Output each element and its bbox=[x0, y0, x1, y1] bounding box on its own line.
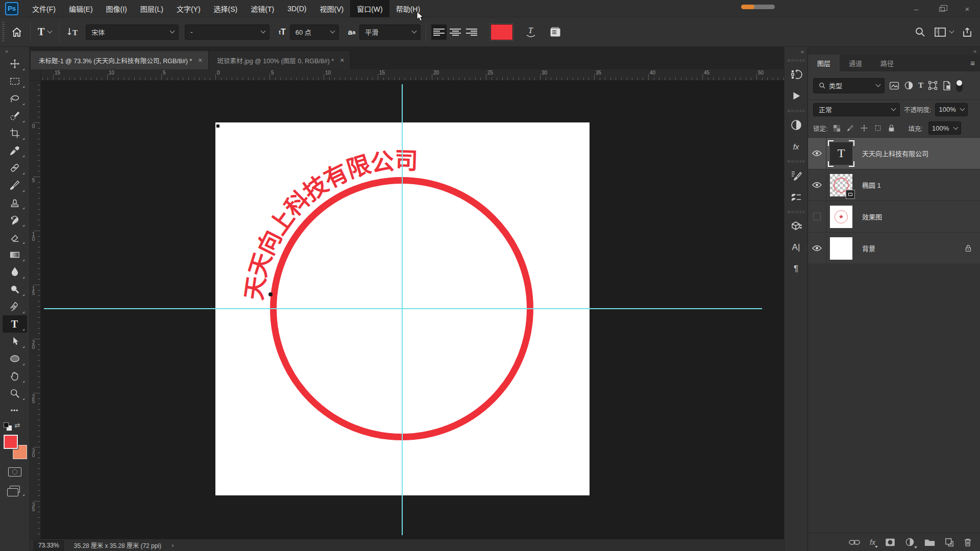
brush-tool[interactable] bbox=[3, 177, 27, 194]
new-group-button[interactable] bbox=[924, 538, 935, 546]
canvas-viewport[interactable]: 天天向上科技有限公司 bbox=[41, 81, 784, 539]
edit-toolbar-button[interactable]: ••• bbox=[3, 402, 27, 419]
visibility-toggle[interactable] bbox=[808, 138, 826, 169]
close-button[interactable]: × bbox=[954, 0, 980, 17]
pen-tool[interactable] bbox=[3, 298, 27, 315]
text-color-swatch[interactable] bbox=[491, 24, 513, 40]
delete-layer-button[interactable] bbox=[964, 538, 972, 547]
layer-filter-select[interactable]: 类型 bbox=[813, 78, 885, 93]
menu-file[interactable]: 文件(F) bbox=[26, 0, 62, 17]
3d-panel-button[interactable] bbox=[786, 216, 806, 236]
menu-select[interactable]: 选择(S) bbox=[207, 0, 244, 17]
visibility-toggle[interactable] bbox=[808, 201, 826, 232]
align-right-button[interactable] bbox=[464, 24, 479, 40]
paragraph-panel-button[interactable]: ¶ bbox=[786, 259, 806, 279]
move-tool[interactable] bbox=[3, 55, 27, 72]
blur-tool[interactable] bbox=[3, 263, 27, 281]
eyedropper-tool[interactable] bbox=[3, 142, 27, 159]
eraser-tool[interactable] bbox=[3, 229, 27, 246]
filter-shape-button[interactable] bbox=[928, 81, 938, 90]
document-tab-2[interactable]: 斑驳素材.jpg @ 100% (图层 0, RGB/8#) * × bbox=[209, 51, 351, 69]
brush-settings-panel-button[interactable] bbox=[786, 166, 806, 185]
menu-filter[interactable]: 滤镜(T) bbox=[244, 0, 281, 17]
warp-text-button[interactable]: T bbox=[522, 23, 540, 41]
layer-name[interactable]: 效果图 bbox=[856, 212, 980, 221]
menu-layer[interactable]: 图层(L) bbox=[134, 0, 170, 17]
tab-paths[interactable]: 路径 bbox=[871, 55, 903, 71]
filter-image-button[interactable] bbox=[889, 81, 899, 90]
clone-stamp-tool[interactable] bbox=[3, 194, 27, 211]
vertical-ruler[interactable]: 05101520253035 bbox=[30, 81, 41, 539]
tab-channels[interactable]: 通道 bbox=[840, 55, 871, 71]
restore-button[interactable] bbox=[929, 0, 954, 17]
workspace-switcher[interactable] bbox=[934, 27, 953, 37]
lock-artboard-button[interactable] bbox=[874, 124, 882, 132]
layer-row-text[interactable]: T 天天向上科技有限公司 bbox=[808, 138, 980, 169]
screen-mode-button[interactable] bbox=[3, 481, 27, 498]
status-expand-icon[interactable]: › bbox=[172, 541, 174, 549]
ellipse-tool[interactable] bbox=[3, 350, 27, 367]
filter-type-button[interactable]: T bbox=[918, 81, 923, 90]
font-size-select[interactable]: 60 点 bbox=[290, 24, 339, 40]
layer-thumbnail-image[interactable]: ★ bbox=[830, 206, 852, 228]
visibility-toggle[interactable] bbox=[808, 233, 826, 264]
layer-style-button[interactable]: fx bbox=[870, 538, 875, 546]
new-layer-button[interactable] bbox=[945, 538, 954, 547]
visibility-toggle[interactable] bbox=[808, 169, 826, 201]
opacity-select[interactable]: 100% bbox=[935, 103, 968, 116]
lock-transparency-button[interactable] bbox=[833, 124, 841, 132]
anti-alias-select[interactable]: 平滑 bbox=[359, 24, 421, 40]
adjustments-panel-button[interactable] bbox=[786, 115, 806, 135]
layer-name[interactable]: 天天向上科技有限公司 bbox=[856, 148, 980, 158]
align-center-button[interactable] bbox=[448, 24, 463, 40]
dodge-tool[interactable] bbox=[3, 281, 27, 298]
swap-colors-icon[interactable]: ⇄ bbox=[15, 421, 20, 429]
zoom-tool[interactable] bbox=[3, 385, 27, 402]
history-panel-button[interactable] bbox=[786, 65, 806, 84]
gradient-tool[interactable] bbox=[3, 246, 27, 263]
actions-panel-button[interactable] bbox=[786, 86, 806, 106]
vertical-guide[interactable] bbox=[402, 84, 403, 535]
layer-thumbnail-background[interactable] bbox=[830, 237, 852, 260]
tab-layers[interactable]: 图层 bbox=[808, 55, 840, 71]
healing-brush-tool[interactable] bbox=[3, 159, 27, 177]
share-icon[interactable] bbox=[962, 27, 973, 38]
menu-3d[interactable]: 3D(D) bbox=[281, 1, 313, 16]
align-left-button[interactable] bbox=[431, 24, 447, 40]
lock-pixels-button[interactable] bbox=[846, 124, 854, 132]
panel-collapse-icon[interactable]: » bbox=[973, 48, 976, 54]
blend-mode-select[interactable]: 正常 bbox=[813, 103, 900, 116]
minimize-button[interactable]: – bbox=[903, 0, 929, 17]
panel-menu-icon[interactable]: ≡ bbox=[970, 59, 975, 67]
dock-collapse-icon[interactable]: « bbox=[801, 47, 807, 56]
layer-name[interactable]: 背景 bbox=[856, 243, 965, 253]
layer-thumbnail-text[interactable]: T bbox=[830, 142, 852, 165]
layer-thumbnail-shape[interactable] bbox=[830, 174, 852, 196]
quick-selection-tool[interactable] bbox=[3, 107, 27, 124]
toggle-panels-button[interactable] bbox=[547, 24, 564, 40]
menu-type[interactable]: 文字(Y) bbox=[170, 0, 207, 17]
history-brush-tool[interactable] bbox=[3, 211, 27, 229]
filter-toggle-switch[interactable] bbox=[956, 80, 963, 92]
crop-tool[interactable] bbox=[3, 124, 27, 142]
font-family-select[interactable]: 宋体 bbox=[86, 24, 179, 40]
add-mask-button[interactable] bbox=[885, 538, 895, 546]
hand-tool[interactable] bbox=[3, 367, 27, 385]
zoom-level-field[interactable]: 73.33% bbox=[34, 540, 64, 550]
font-style-select[interactable]: - bbox=[185, 24, 270, 40]
layer-row-ellipse[interactable]: 椭圆 1 bbox=[808, 169, 980, 201]
styles-panel-button[interactable]: fx bbox=[786, 137, 806, 156]
lasso-tool[interactable] bbox=[3, 90, 27, 107]
brushes-panel-button[interactable] bbox=[786, 187, 806, 207]
document-tab-1[interactable]: 未标题-1 @ 73.3% (天天向上科技有限公司, RGB/8#) * × bbox=[31, 51, 209, 69]
text-orientation-button[interactable]: T bbox=[64, 24, 82, 40]
layer-name[interactable]: 椭圆 1 bbox=[856, 180, 980, 190]
toolbar-collapse-icon[interactable]: » bbox=[0, 47, 8, 55]
quick-mask-button[interactable] bbox=[3, 463, 27, 481]
ruler-origin-corner[interactable] bbox=[30, 69, 41, 80]
path-selection-tool[interactable] bbox=[3, 333, 27, 350]
horizontal-ruler[interactable]: 1510505101520253035404550 bbox=[41, 69, 784, 80]
type-tool[interactable]: T bbox=[3, 315, 27, 333]
search-icon[interactable] bbox=[915, 27, 926, 38]
lock-position-button[interactable] bbox=[860, 124, 868, 132]
